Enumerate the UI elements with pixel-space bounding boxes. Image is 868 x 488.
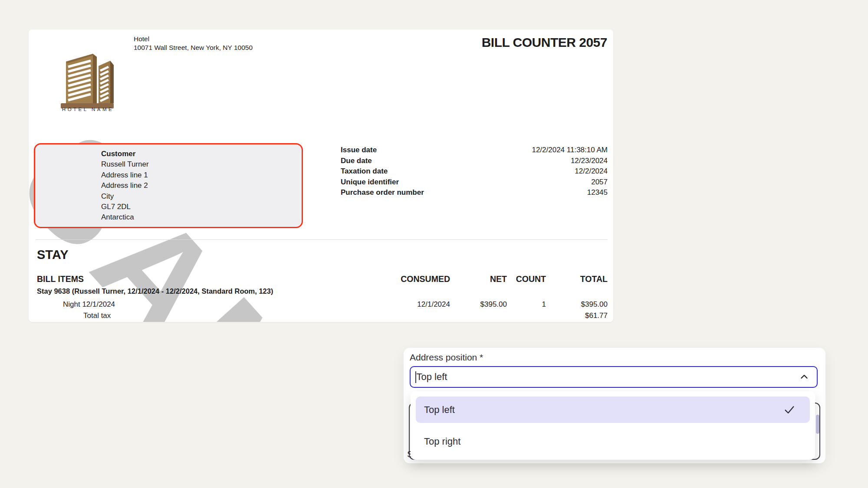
combobox-value: Top left — [417, 371, 447, 383]
row-total: $395.00 — [546, 300, 608, 309]
address-position-highlight-border — [34, 143, 303, 228]
check-icon — [783, 404, 796, 416]
dropdown-option-top-right[interactable]: Top right — [416, 428, 810, 455]
seller-address: 10071 Wall Street, New York, NY 10050 — [134, 43, 253, 52]
row-net: $395.00 — [450, 300, 507, 309]
scrollbar-thumb[interactable] — [816, 415, 819, 434]
meta-value: 12/2/2024 — [575, 166, 608, 177]
meta-row: Due date 12/23/2024 — [341, 156, 608, 167]
chevron-up-icon[interactable] — [799, 371, 810, 383]
text-cursor — [415, 371, 416, 383]
meta-row: Unique identifier 2057 — [341, 177, 608, 188]
header-count: COUNT — [507, 274, 546, 284]
header-consumed: CONSUMED — [346, 274, 450, 284]
hotel-logo-caption: HOTEL NAME — [48, 107, 128, 112]
row-count: 1 — [507, 300, 546, 309]
address-position-combobox[interactable]: Top left — [410, 366, 818, 388]
stay-group-row: Stay 9638 (Russell Turner, 12/1/2024 - 1… — [37, 287, 273, 295]
meta-value: 12/23/2024 — [571, 156, 608, 167]
customer-address-box: Customer Russell Turner Address line 1 A… — [34, 143, 303, 228]
section-divider — [36, 239, 608, 240]
meta-label: Taxation date — [341, 166, 388, 177]
stay-section-title: STAY — [37, 248, 69, 262]
meta-value: 2057 — [591, 177, 608, 188]
row-item: Total tax — [37, 311, 346, 320]
row-item: Night 12/1/2024 — [37, 300, 346, 309]
meta-value: 12/2/2024 11:38:10 AM — [532, 145, 608, 156]
meta-value: 12345 — [587, 187, 608, 198]
header-bill-items: BILL ITEMS — [37, 274, 346, 284]
seller-block: Hotel 10071 Wall Street, New York, NY 10… — [134, 35, 253, 52]
document-content: HOTEL NAME Hotel 10071 Wall Street, New … — [29, 29, 613, 322]
table-row: Night 12/1/2024 12/1/2024 $395.00 1 $395… — [37, 300, 608, 309]
bill-items-header-row: BILL ITEMS CONSUMED NET COUNT TOTAL — [37, 274, 608, 284]
meta-label: Issue date — [341, 145, 377, 156]
bill-preview-document: SAMPLE HOTEL NAME — [29, 29, 613, 322]
table-row: Total tax $61.77 — [37, 311, 608, 320]
bill-meta: Issue date 12/2/2024 11:38:10 AM Due dat… — [341, 145, 608, 198]
hotel-logo-icon — [56, 48, 117, 111]
address-position-label: Address position * — [410, 352, 483, 363]
meta-row: Purchase order number 12345 — [341, 187, 608, 198]
page: { "page": { "background": "#f4f2ec" }, "… — [0, 0, 868, 488]
seller-name: Hotel — [134, 35, 253, 43]
meta-label: Unique identifier — [341, 177, 399, 188]
bill-title: BILL COUNTER 2057 — [482, 35, 607, 50]
bill-settings-card: Address position * Stamp image Top left … — [404, 348, 825, 463]
meta-label: Purchase order number — [341, 187, 424, 198]
meta-row: Issue date 12/2/2024 11:38:10 AM — [341, 145, 608, 156]
dropdown-option-top-left[interactable]: Top left — [416, 396, 810, 423]
row-consumed: 12/1/2024 — [346, 300, 450, 309]
header-net: NET — [450, 274, 507, 284]
meta-label: Due date — [341, 156, 372, 167]
option-label: Top right — [424, 436, 460, 447]
option-label: Top left — [424, 404, 455, 416]
address-position-dropdown: Top left Top right — [411, 391, 815, 460]
row-total: $61.77 — [546, 311, 608, 320]
header-total: TOTAL — [546, 274, 608, 284]
meta-row: Taxation date 12/2/2024 — [341, 166, 608, 177]
